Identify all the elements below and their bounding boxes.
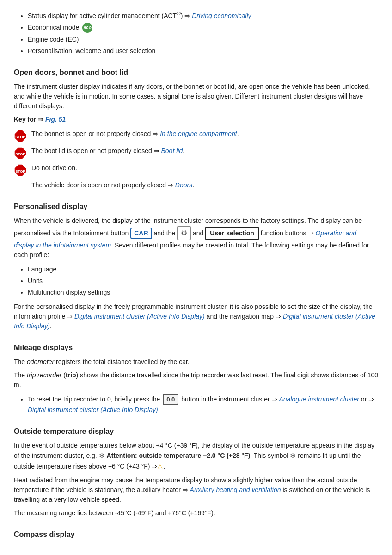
boot-lid-link[interactable]: Boot lid xyxy=(161,147,183,154)
user-selection-button[interactable]: User selection xyxy=(205,227,259,240)
stop-icon-3: STOP xyxy=(14,164,27,177)
personalised-display-section: Personalised display When the vehicle is… xyxy=(14,201,378,331)
auxiliary-heating-link[interactable]: Auxiliary heating and ventilation xyxy=(190,486,281,493)
trip-recorder-label: trip recorder xyxy=(27,371,61,379)
bullet-units: Units xyxy=(28,276,378,286)
stop-text-1: The bonnet is open or not properly close… xyxy=(31,129,378,139)
stop-row-1: STOP The bonnet is open or not properly … xyxy=(14,129,378,142)
driving-economically-link[interactable]: Driving economically xyxy=(192,12,251,19)
svg-text:STOP: STOP xyxy=(15,152,25,156)
compass-display-section: Compass display xyxy=(14,529,378,540)
mileage-para1: The odometer registers the total distanc… xyxy=(14,357,378,367)
gear-button[interactable]: ⚙ xyxy=(177,226,191,240)
compass-display-heading: Compass display xyxy=(14,529,378,540)
car-button[interactable]: CAR xyxy=(130,228,152,239)
stop-icon-2: STOP xyxy=(14,147,27,160)
digital-cluster-link[interactable]: Digital instrument cluster (Active Info … xyxy=(28,406,158,413)
bullet-language: Language xyxy=(28,265,378,274)
odometer-label: odometer xyxy=(27,358,54,365)
mileage-bullet-1: To reset the trip recorder to 0, briefly… xyxy=(28,394,378,415)
mileage-displays-heading: Mileage displays xyxy=(14,342,378,353)
outside-temp-section: Outside temperature display In the event… xyxy=(14,426,378,518)
bullet-item-2: Economical mode eco xyxy=(28,23,378,33)
personalised-bullet-list: Language Units Multifunction display set… xyxy=(28,265,378,297)
snowflake-icon-1: ❄ xyxy=(99,450,105,462)
stop-row-3: STOP Do not drive on. xyxy=(14,163,378,177)
eco-icon: eco xyxy=(82,23,92,33)
fig-51-link[interactable]: Fig. 51 xyxy=(45,116,66,123)
warning-triangle-icon: ⚠ xyxy=(157,462,163,472)
bullet-multifunction: Multifunction display settings xyxy=(28,288,378,297)
stop-text-2: The boot lid is open or not properly clo… xyxy=(31,146,378,156)
function-buttons-text: function buttons ⇒ xyxy=(261,229,316,237)
analogue-cluster-link[interactable]: Analogue instrument cluster xyxy=(279,395,359,403)
top-bullet-section: Status display for active cylinder manag… xyxy=(14,9,378,56)
and1-text: and the xyxy=(153,229,177,237)
personalised-para1: When the vehicle is delivered, the displ… xyxy=(14,216,378,260)
mileage-displays-section: Mileage displays The odometer registers … xyxy=(14,342,378,415)
engine-compartment-link[interactable]: In the engine compartment xyxy=(160,130,237,137)
open-doors-para1: The instrument cluster display indicates… xyxy=(14,82,378,111)
stop-row-2: STOP The boot lid is open or not properl… xyxy=(14,146,378,160)
outside-temp-para3: The measuring range lies between -45°C (… xyxy=(14,508,378,518)
open-doors-heading: Open doors, bonnet and boot lid xyxy=(14,67,378,78)
svg-text:STOP: STOP xyxy=(15,169,25,173)
trip-bold: trip xyxy=(66,371,76,379)
active-info-display-link-1[interactable]: Digital instrument cluster (Active Info … xyxy=(74,313,205,320)
door-text: The vehicle door is open or not properly… xyxy=(31,180,378,190)
bullet-item-3: Engine code (EC) xyxy=(28,35,378,44)
doors-link[interactable]: Doors xyxy=(175,181,192,189)
personalised-display-heading: Personalised display xyxy=(14,201,378,212)
trip-reset-button[interactable]: 0.0 xyxy=(163,394,178,406)
outside-temp-heading: Outside temperature display xyxy=(14,426,378,437)
snowflake-icon-2: ❄ xyxy=(290,450,296,462)
attention-text: Attention: outside temperature −2.0 °C (… xyxy=(107,452,251,459)
and2-text: and xyxy=(193,229,205,237)
personalised-para2: For the personalised display in the free… xyxy=(14,302,378,331)
key-label: Key for xyxy=(14,116,36,123)
open-doors-section: Open doors, bonnet and boot lid The inst… xyxy=(14,67,378,190)
bullet-item-4: Personalisation: welcome and user select… xyxy=(28,46,378,56)
outside-temp-para1: In the event of outside temperatures bel… xyxy=(14,441,378,472)
outside-temp-para2: Heat radiated from the engine may cause … xyxy=(14,475,378,505)
svg-text:STOP: STOP xyxy=(15,135,25,139)
mileage-para2: The trip recorder (trip) shows the dista… xyxy=(14,370,378,390)
top-bullet-list: Status display for active cylinder manag… xyxy=(28,9,378,56)
key-line: Key for ⇒ Fig. 51 xyxy=(14,115,378,124)
bullet-item-1: Status display for active cylinder manag… xyxy=(28,9,378,21)
stop-icon-1: STOP xyxy=(14,130,27,142)
mileage-bullet-list: To reset the trip recorder to 0, briefly… xyxy=(28,394,378,415)
stop-text-3: Do not drive on. xyxy=(31,163,378,173)
